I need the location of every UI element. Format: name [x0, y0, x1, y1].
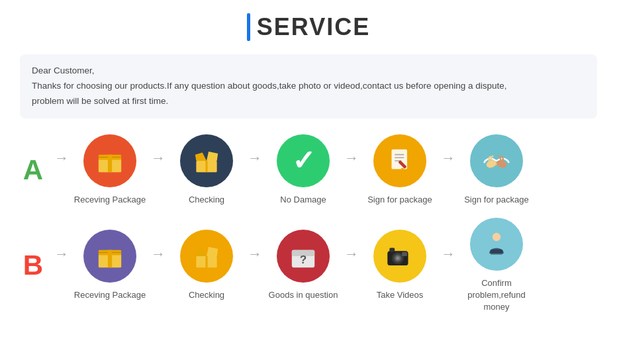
arrow-a4: →	[441, 150, 455, 190]
arrow-a2: →	[248, 150, 262, 190]
page-title: SERVICE	[257, 13, 370, 41]
section-b: B → Receving Package → Checking →	[20, 218, 597, 314]
step-a4-label: Sign for package	[367, 194, 432, 206]
arrow-b3: →	[344, 246, 359, 286]
step-b4-icon	[373, 230, 426, 283]
step-b4: Take Videos	[360, 230, 440, 301]
step-b5-icon	[470, 218, 523, 271]
step-b2-icon	[180, 230, 233, 283]
step-b5-label: Confirm problem,refund money	[457, 277, 536, 314]
step-a5: Sign for package	[457, 134, 536, 206]
svg-rect-34	[389, 248, 395, 252]
arrow-a3: →	[344, 150, 359, 190]
step-b2-label: Checking	[189, 289, 224, 301]
section-a-letter: A	[20, 154, 46, 186]
notice-line1: Dear Customer,	[32, 64, 585, 79]
svg-point-33	[397, 257, 400, 260]
svg-rect-37	[491, 250, 503, 255]
step-a3-icon: ✓	[277, 134, 330, 187]
svg-rect-2	[108, 154, 112, 172]
step-b1: Receving Package	[70, 230, 150, 301]
title-accent-bar	[247, 13, 250, 41]
step-a2-label: Checking	[189, 194, 224, 206]
step-b3: ? Goods in question	[263, 230, 343, 301]
section-a: A → Receving Package →	[20, 134, 597, 206]
step-b2: Checking	[167, 230, 246, 301]
step-a5-icon	[470, 134, 523, 187]
svg-text:?: ?	[300, 253, 307, 266]
step-b3-label: Goods in question	[269, 289, 338, 301]
arrow-b4: →	[441, 246, 455, 286]
arrow-b2: →	[248, 246, 262, 286]
svg-rect-8	[205, 161, 207, 172]
step-a1-icon	[83, 134, 136, 187]
section-b-letter: B	[20, 250, 46, 281]
svg-marker-23	[195, 248, 207, 257]
svg-rect-25	[205, 256, 207, 267]
svg-rect-35	[402, 252, 407, 256]
step-b1-icon	[83, 230, 136, 283]
step-b1-label: Receving Package	[74, 289, 146, 301]
step-a4: Sign for package	[360, 134, 440, 206]
step-b3-icon: ?	[277, 230, 330, 283]
step-a1: Receving Package	[70, 134, 150, 206]
arrow-a0: →	[54, 150, 69, 190]
step-a3: ✓ No Damage	[263, 134, 343, 206]
svg-marker-24	[207, 247, 218, 256]
notice-line2: Thanks for choosing our products.If any …	[32, 79, 585, 94]
step-b4-label: Take Videos	[377, 289, 424, 301]
step-a4-icon	[373, 134, 426, 187]
arrow-a1: →	[151, 150, 166, 190]
step-b5: Confirm problem,refund money	[457, 218, 536, 314]
svg-rect-19	[108, 250, 112, 268]
arrow-b0: →	[54, 246, 69, 286]
page-title-section: SERVICE	[20, 13, 597, 41]
arrow-b1: →	[151, 246, 166, 286]
step-a2-icon	[180, 134, 233, 187]
check-icon: ✓	[292, 144, 315, 177]
svg-point-36	[493, 233, 501, 242]
notice-line3: problem will be solved at first time.	[32, 94, 585, 109]
step-a5-label: Sign for package	[464, 194, 529, 206]
svg-marker-7	[207, 152, 218, 161]
step-a2: Checking	[167, 134, 246, 206]
notice-box: Dear Customer, Thanks for choosing our p…	[20, 54, 597, 118]
step-a3-label: No Damage	[280, 194, 326, 206]
step-a1-label: Receving Package	[74, 194, 146, 206]
svg-marker-6	[195, 152, 207, 161]
